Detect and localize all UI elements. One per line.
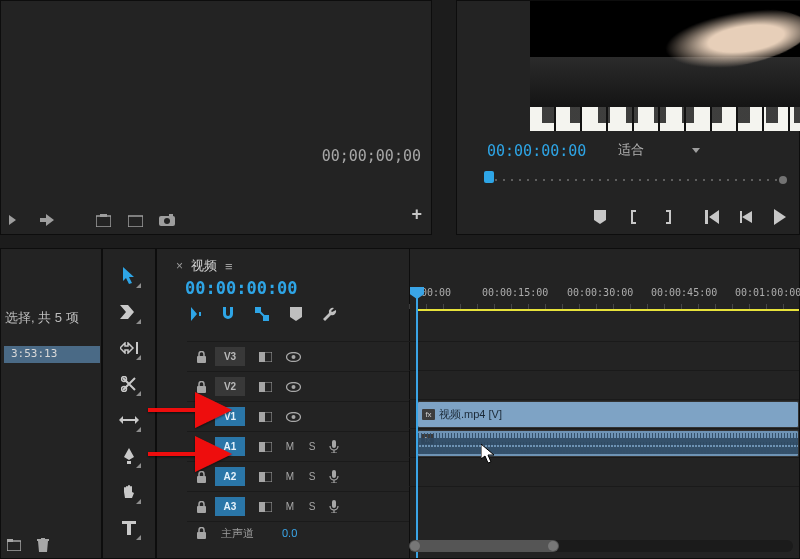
timeline-hscroll[interactable] <box>409 540 793 552</box>
ruler-ticks <box>409 301 799 309</box>
sync-lock-icon[interactable] <box>251 502 279 512</box>
track-header-v1[interactable]: V1 <box>187 401 409 431</box>
eye-icon[interactable] <box>279 412 307 422</box>
timeline-timecode[interactable]: 00:00:00:00 <box>185 278 298 298</box>
master-label: 主声道 <box>221 526 254 541</box>
lane-a1[interactable]: fx <box>409 428 799 458</box>
snap-nested-icon[interactable] <box>185 305 203 323</box>
zoom-fit-dropdown[interactable]: 适合 <box>612 140 706 160</box>
track-toggle-v3[interactable]: V3 <box>215 347 245 366</box>
timeline-tab-label: 视频 <box>191 257 217 275</box>
eye-icon[interactable] <box>279 382 307 392</box>
timeline-tracks[interactable]: fx 视频.mp4 [V] fx <box>409 341 799 516</box>
svg-rect-37 <box>332 470 336 478</box>
record-mic-icon[interactable] <box>323 440 345 453</box>
sync-lock-icon[interactable] <box>251 382 279 392</box>
svg-rect-7 <box>7 539 13 542</box>
new-bin-icon[interactable] <box>7 539 21 551</box>
lock-icon[interactable] <box>187 501 215 513</box>
mute-toggle[interactable]: M <box>279 501 301 512</box>
lock-icon[interactable] <box>187 441 215 453</box>
solo-toggle[interactable]: S <box>301 501 323 512</box>
fx-badge[interactable]: fx <box>422 409 435 420</box>
timeline-ruler[interactable]: :00:00 00:00:15:00 00:00:30:00 00:00:45:… <box>409 287 799 317</box>
master-track-header[interactable]: 主声道 0.0 <box>187 521 409 544</box>
ruler-label: 00:00:15:00 <box>482 287 548 298</box>
record-mic-icon[interactable] <box>323 500 345 513</box>
lock-icon[interactable] <box>187 351 215 363</box>
play-button[interactable] <box>771 208 789 226</box>
svg-rect-17 <box>259 352 265 362</box>
lane-v3[interactable] <box>409 341 799 371</box>
ripple-edit-tool[interactable] <box>118 337 140 359</box>
settings-wrench-icon[interactable] <box>321 305 339 323</box>
record-mic-icon[interactable] <box>323 470 345 483</box>
track-header-a2[interactable]: A2 M S <box>187 461 409 491</box>
add-marker-icon[interactable]: + <box>411 204 422 225</box>
video-clip[interactable]: fx 视频.mp4 [V] <box>417 401 799 428</box>
playhead[interactable] <box>416 287 418 558</box>
camera-icon[interactable] <box>159 212 175 228</box>
svg-rect-38 <box>197 506 206 513</box>
mute-toggle[interactable]: M <box>279 441 301 452</box>
insert-icon[interactable] <box>7 212 23 228</box>
lane-a3[interactable] <box>409 486 799 516</box>
lane-v1[interactable]: fx 视频.mp4 [V] <box>409 399 799 429</box>
svg-rect-32 <box>259 442 265 452</box>
go-to-in-icon[interactable] <box>703 208 721 226</box>
mute-toggle[interactable]: M <box>279 471 301 482</box>
razor-tool[interactable] <box>118 373 140 395</box>
overwrite-icon[interactable] <box>39 212 55 228</box>
track-toggle-a1[interactable]: A1 <box>215 437 245 456</box>
selection-tool[interactable] <box>118 265 140 287</box>
sync-lock-icon[interactable] <box>251 412 279 422</box>
track-header-a1[interactable]: A1 M S <box>187 431 409 461</box>
snap-magnet-icon[interactable] <box>219 305 237 323</box>
program-monitor[interactable] <box>530 1 800 131</box>
track-header-v3[interactable]: V3 <box>187 341 409 371</box>
hand-tool[interactable] <box>118 481 140 503</box>
type-tool[interactable] <box>118 517 140 539</box>
track-toggle-a2[interactable]: A2 <box>215 467 245 486</box>
track-header-v2[interactable]: V2 <box>187 371 409 401</box>
track-toggle-v1[interactable]: V1 <box>215 407 245 426</box>
work-area-bar[interactable] <box>417 309 799 311</box>
lane-v2[interactable] <box>409 370 799 400</box>
track-select-forward-tool[interactable] <box>118 301 140 323</box>
in-bracket-icon[interactable] <box>625 208 643 226</box>
track-toggle-v2[interactable]: V2 <box>215 377 245 396</box>
lock-icon[interactable] <box>187 527 215 539</box>
solo-toggle[interactable]: S <box>301 471 323 482</box>
timeline-tab[interactable]: × 视频 ≡ <box>176 257 233 275</box>
lane-a2[interactable] <box>409 457 799 487</box>
track-header-a3[interactable]: A3 M S <box>187 491 409 521</box>
linked-selection-icon[interactable] <box>253 305 271 323</box>
sync-lock-icon[interactable] <box>251 472 279 482</box>
step-back-icon[interactable] <box>737 208 755 226</box>
pen-tool[interactable] <box>118 445 140 467</box>
track-toggle-a3[interactable]: A3 <box>215 497 245 516</box>
add-marker-button[interactable] <box>287 305 305 323</box>
out-bracket-icon[interactable] <box>659 208 677 226</box>
program-transport <box>457 207 799 227</box>
slip-tool[interactable] <box>118 409 140 431</box>
ruler-label: 00:01:00:00 <box>735 287 800 298</box>
audio-clip[interactable]: fx <box>417 430 799 457</box>
export-frame-icon[interactable] <box>95 212 111 228</box>
proxy-icon[interactable] <box>127 212 143 228</box>
lock-icon[interactable] <box>187 411 215 423</box>
marker-icon[interactable] <box>591 208 609 226</box>
close-tab-icon[interactable]: × <box>176 259 183 273</box>
panel-menu-icon[interactable]: ≡ <box>225 259 233 274</box>
program-scrubber[interactable] <box>487 170 785 188</box>
sync-lock-icon[interactable] <box>251 442 279 452</box>
master-volume[interactable]: 0.0 <box>282 527 297 539</box>
sync-lock-icon[interactable] <box>251 352 279 362</box>
eye-icon[interactable] <box>279 352 307 362</box>
trash-icon[interactable] <box>37 538 49 552</box>
lock-icon[interactable] <box>187 471 215 483</box>
lock-icon[interactable] <box>187 381 215 393</box>
scroll-thumb[interactable] <box>409 540 559 552</box>
solo-toggle[interactable]: S <box>301 441 323 452</box>
scrubber-playhead[interactable] <box>484 171 494 183</box>
